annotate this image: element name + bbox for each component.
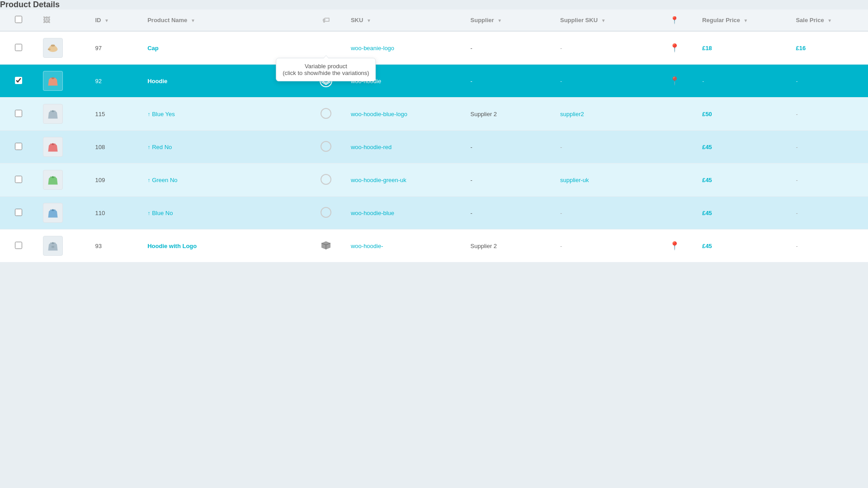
- row-type-icon-cell: Variable product(click to show/hide the …: [307, 31, 345, 65]
- variable-product-icon-wrapper: Variable product(click to show/hide the …: [320, 42, 332, 54]
- header-location-col: 📍: [652, 9, 697, 31]
- sale-price-dash: -: [796, 111, 797, 117]
- row-supplier-sku-cell: -: [555, 197, 652, 230]
- product-sku: woo-hoodie: [351, 78, 381, 84]
- row-sale-price-cell: -: [790, 164, 868, 197]
- row-name-cell: ↑Green No: [142, 164, 307, 197]
- variant-arrow-icon: ↑: [147, 111, 150, 117]
- tag-icon: 🏷: [322, 16, 330, 24]
- row-sku-cell: woo-hoodie-green-uk: [345, 164, 465, 197]
- product-id: 115: [95, 111, 105, 117]
- row-name-cell: Cap: [142, 31, 307, 65]
- product-id: 93: [95, 243, 101, 249]
- supplier-sku-dash: -: [560, 144, 562, 150]
- row-checkbox-cell: [0, 164, 38, 197]
- header-regular-price-col[interactable]: Regular Price ▼: [697, 9, 790, 31]
- row-type-icon-cell: [307, 197, 345, 230]
- row-regular-price-cell: £45: [697, 164, 790, 197]
- supplier-sku-dash: -: [560, 210, 562, 216]
- product-sku: woo-hoodie-blue: [351, 210, 394, 216]
- row-checkbox-cell: [0, 131, 38, 164]
- row-supplier-sku-cell: -: [555, 65, 652, 98]
- row-checkbox[interactable]: [15, 110, 22, 117]
- product-name-link[interactable]: Red No: [152, 144, 172, 150]
- svg-rect-9: [52, 246, 54, 248]
- product-sku: woo-hoodie-green-uk: [351, 177, 406, 183]
- header-sku-col[interactable]: SKU ▼: [345, 9, 465, 31]
- product-image: [43, 170, 63, 190]
- row-image-cell: [38, 65, 90, 98]
- row-supplier-cell: Supplier 2: [465, 230, 555, 263]
- row-id-cell: 92: [90, 65, 142, 98]
- row-regular-price-cell: £18: [697, 31, 790, 65]
- product-name-link[interactable]: Hoodie with Logo: [147, 243, 197, 249]
- supplier-sku-text: supplier2: [560, 111, 584, 117]
- row-checkbox[interactable]: [15, 44, 22, 51]
- product-name-link[interactable]: Blue Yes: [152, 111, 175, 117]
- product-sku: woo-hoodie-: [351, 243, 383, 249]
- header-sale-price-col[interactable]: Sale Price ▼: [790, 9, 868, 31]
- table-row: 97 Cap Variable product(click to show/hi…: [0, 31, 868, 65]
- location-icon: 📍: [670, 241, 679, 250]
- sale-price-dash: -: [796, 177, 797, 183]
- header-image-col: 🖼: [38, 9, 90, 31]
- row-sku-cell: woo-hoodie: [345, 65, 465, 98]
- sale-price-dash: -: [796, 210, 797, 216]
- row-supplier-sku-cell: -: [555, 131, 652, 164]
- svg-point-7: [52, 209, 54, 211]
- location-icon: 📍: [670, 76, 679, 85]
- product-name-link[interactable]: Hoodie: [147, 78, 167, 84]
- row-image-cell: [38, 230, 90, 263]
- product-supplier: Supplier 2: [471, 243, 497, 249]
- row-image-cell: [38, 164, 90, 197]
- product-id: 92: [95, 78, 101, 84]
- product-image: [43, 104, 63, 124]
- product-id: 109: [95, 177, 105, 183]
- product-name-link[interactable]: Blue No: [152, 210, 173, 216]
- row-location-cell: [652, 197, 697, 230]
- row-image-cell: [38, 31, 90, 65]
- sale-price: £16: [796, 45, 806, 52]
- row-checkbox[interactable]: [15, 176, 22, 183]
- sale-price-dash: -: [796, 243, 797, 249]
- svg-point-5: [52, 143, 54, 145]
- header-name-col[interactable]: Product Name ▼: [142, 9, 307, 31]
- row-supplier-sku-cell: -: [555, 230, 652, 263]
- product-id: 97: [95, 45, 101, 52]
- variable-product-icon[interactable]: [320, 75, 332, 87]
- row-checkbox-cell: [0, 65, 38, 98]
- product-image: [43, 38, 63, 58]
- row-location-cell: [652, 131, 697, 164]
- product-id: 110: [95, 210, 105, 216]
- row-checkbox[interactable]: [15, 143, 22, 150]
- product-name-link[interactable]: Cap: [147, 45, 159, 52]
- row-id-cell: 108: [90, 131, 142, 164]
- row-supplier-cell: -: [465, 164, 555, 197]
- regular-price: £45: [702, 144, 712, 150]
- row-name-cell: ↑Red No: [142, 131, 307, 164]
- regular-price: £45: [702, 243, 712, 249]
- variant-product-icon: [321, 174, 331, 185]
- variant-product-icon: [321, 108, 331, 119]
- row-regular-price-cell: £45: [697, 131, 790, 164]
- variant-arrow-icon: ↑: [147, 210, 150, 216]
- row-checkbox[interactable]: [15, 77, 22, 84]
- row-type-icon-cell: [307, 65, 345, 98]
- product-image: [43, 236, 63, 256]
- row-image-cell: [38, 197, 90, 230]
- row-checkbox[interactable]: [15, 209, 22, 216]
- row-location-cell: 📍: [652, 230, 697, 263]
- svg-point-3: [52, 77, 54, 80]
- variant-arrow-icon: ↑: [147, 144, 150, 150]
- header-supplier-col[interactable]: Supplier ▼: [465, 9, 555, 31]
- name-sort-icon: ▼: [191, 18, 195, 23]
- row-checkbox-cell: [0, 98, 38, 131]
- select-all-checkbox[interactable]: [15, 16, 22, 23]
- row-location-cell: 📍: [652, 31, 697, 65]
- header-id-col[interactable]: ID ▼: [90, 9, 142, 31]
- product-name-link[interactable]: Green No: [152, 177, 177, 183]
- header-supplier-sku-col[interactable]: Supplier SKU ▼: [555, 9, 652, 31]
- row-checkbox[interactable]: [15, 242, 22, 249]
- product-supplier: -: [471, 45, 472, 52]
- supplier-sku-text: supplier-uk: [560, 177, 589, 183]
